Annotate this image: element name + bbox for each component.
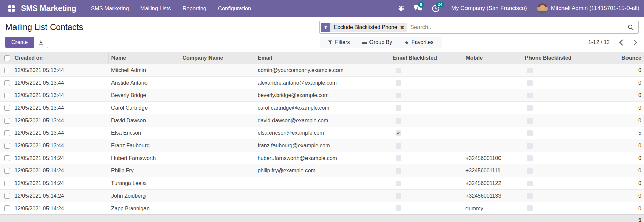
filters-button[interactable]: Filters (328, 39, 350, 45)
cell-name: Mitchell Admin (108, 64, 180, 76)
phone-blacklisted-checkbox (527, 93, 533, 98)
cell-company-name (180, 127, 255, 139)
activities-clock-icon[interactable]: 24 (431, 4, 440, 13)
column-header-phone-blacklisted[interactable]: Phone Blacklisted (522, 52, 598, 64)
export-button[interactable] (34, 37, 48, 48)
cell-phone-blacklisted (522, 76, 598, 89)
search-box: Exclude Blacklisted Phone ✖ (319, 21, 639, 34)
row-select-checkbox[interactable] (4, 143, 10, 149)
app-brand-title[interactable]: SMS Marketing (21, 4, 76, 13)
cell-email-blacklisted (390, 64, 463, 76)
cell-bounce: 0 (598, 114, 644, 127)
row-select-cell (0, 64, 12, 76)
favorites-button[interactable]: ★ Favorites (404, 39, 433, 45)
table-row[interactable]: 12/05/2021 05:13:44David Dawsondavid.daw… (0, 114, 644, 127)
column-header-name[interactable]: Name (108, 52, 180, 64)
row-select-checkbox[interactable] (4, 130, 10, 136)
cell-mobile (463, 89, 522, 101)
row-select-checkbox[interactable] (4, 168, 10, 174)
column-header-bounce[interactable]: Bounce (598, 52, 644, 64)
cell-name: Hubert Farnsworth (108, 152, 180, 164)
menu-item-mailing-lists[interactable]: Mailing Lists (135, 0, 177, 17)
cell-company-name (180, 102, 255, 114)
cell-email-blacklisted (390, 89, 463, 101)
menu-item-sms-marketing[interactable]: SMS Marketing (85, 0, 135, 17)
cell-created-on: 12/05/2021 05:13:44 (12, 102, 108, 114)
cell-bounce: 0 (598, 152, 644, 164)
search-facet-label: Exclude Blacklisted Phone (330, 23, 400, 32)
cell-name: John Zoidberg (108, 189, 180, 202)
column-header-created-on[interactable]: Created on (12, 52, 108, 64)
row-select-cell (0, 177, 12, 189)
phone-blacklisted-checkbox (527, 181, 533, 186)
pager-next-button[interactable] (633, 39, 637, 46)
cell-email: david.dawson@example.com (255, 114, 390, 127)
table-row[interactable]: 12/05/2021 05:14:24Hubert Farnsworthhube… (0, 152, 644, 164)
cell-email: carol.cartridge@example.com (255, 102, 390, 114)
row-select-checkbox[interactable] (4, 155, 10, 161)
group-by-button[interactable]: Group By (362, 39, 392, 45)
table-row[interactable]: 12/05/2021 05:13:44Franz Faubourgfranz.f… (0, 139, 644, 152)
table-row[interactable]: 12/05/2021 05:13:44Mitchell Adminadmin@y… (0, 64, 644, 76)
pager-previous-button[interactable] (619, 39, 623, 46)
cell-mobile (463, 114, 522, 127)
table-row[interactable]: 12/05/2021 05:13:44Elsa Ericsonelsa.eric… (0, 127, 644, 139)
column-header-email[interactable]: Email (255, 52, 390, 64)
menu-item-configuration[interactable]: Configuration (212, 0, 257, 17)
menu-item-reporting[interactable]: Reporting (176, 0, 212, 17)
row-select-cell (0, 164, 12, 177)
table-row[interactable]: 12/05/2021 05:13:44Beverly Bridgebeverly… (0, 89, 644, 101)
contacts-table: Created onNameCompany NameEmailEmail Bla… (0, 52, 644, 222)
cell-email: franz.faubourg@example.com (255, 139, 390, 152)
row-select-checkbox[interactable] (4, 68, 10, 73)
cell-created-on: 12/05/2021 05:13:44 (12, 114, 108, 127)
cell-bounce: 0 (598, 177, 644, 189)
cell-company-name (180, 76, 255, 89)
cell-bounce: 0 (598, 139, 644, 152)
table-row[interactable]: 12/05/2021 05:14:24Turanga Leela+3245600… (0, 177, 644, 189)
cell-phone-blacklisted (522, 114, 598, 127)
row-select-checkbox[interactable] (4, 181, 10, 186)
row-select-checkbox[interactable] (4, 205, 10, 211)
row-select-checkbox[interactable] (4, 80, 10, 86)
cell-created-on: 12/05/2021 05:13:44 (12, 64, 108, 76)
row-select-checkbox[interactable] (4, 105, 10, 111)
cell-name: David Dawson (108, 114, 180, 127)
search-magnifier-icon[interactable] (627, 24, 634, 31)
email-blacklisted-checkbox (396, 181, 401, 186)
cell-created-on: 12/05/2021 05:14:24 (12, 164, 108, 177)
facet-remove-icon[interactable]: ✖ (400, 23, 407, 32)
select-all-checkbox[interactable] (4, 55, 10, 61)
row-select-checkbox[interactable] (4, 118, 10, 124)
cell-email (255, 202, 390, 215)
table-row[interactable]: 12/05/2021 05:14:24Zapp Brannigandummy0 (0, 202, 644, 215)
cell-bounce: 0 (598, 202, 644, 215)
column-header-mobile[interactable]: Mobile (463, 52, 522, 64)
cell-email: elsa.ericson@example.com (255, 127, 390, 139)
messages-icon[interactable]: 8 (414, 5, 423, 12)
filter-funnel-icon (321, 23, 330, 32)
company-switcher[interactable]: My Company (San Francisco) (451, 5, 527, 12)
column-header-company-name[interactable]: Company Name (180, 52, 255, 64)
column-header-email-blacklisted[interactable]: Email Blacklisted (390, 52, 463, 64)
search-input[interactable] (407, 24, 626, 31)
email-blacklisted-checkbox (396, 155, 401, 161)
row-select-cell (0, 89, 12, 101)
phone-blacklisted-checkbox (527, 80, 533, 86)
cell-company-name (180, 189, 255, 202)
email-blacklisted-checkbox (396, 193, 401, 199)
user-menu[interactable]: Mitchell Admin (11415701-15-0-all) (537, 3, 639, 14)
row-select-checkbox[interactable] (4, 93, 10, 98)
table-row[interactable]: 12/05/2021 05:13:44Carol Cartridgecarol.… (0, 102, 644, 114)
apps-menu-button[interactable] (5, 0, 18, 17)
cell-company-name (180, 89, 255, 101)
cell-mobile: +32456001100 (463, 152, 522, 164)
cell-created-on: 12/05/2021 05:14:24 (12, 177, 108, 189)
table-row[interactable]: 12/05/2021 05:14:24John Zoidberg+3245600… (0, 189, 644, 202)
filters-funnel-icon (328, 40, 332, 44)
table-row[interactable]: 12/05/2021 05:13:44Aristide Antarioalexa… (0, 76, 644, 89)
row-select-checkbox[interactable] (4, 193, 10, 199)
table-row[interactable]: 12/05/2021 05:14:24Philip Fryphilip.fry@… (0, 164, 644, 177)
debug-bug-icon[interactable] (398, 5, 405, 12)
create-button[interactable]: Create (5, 37, 34, 48)
